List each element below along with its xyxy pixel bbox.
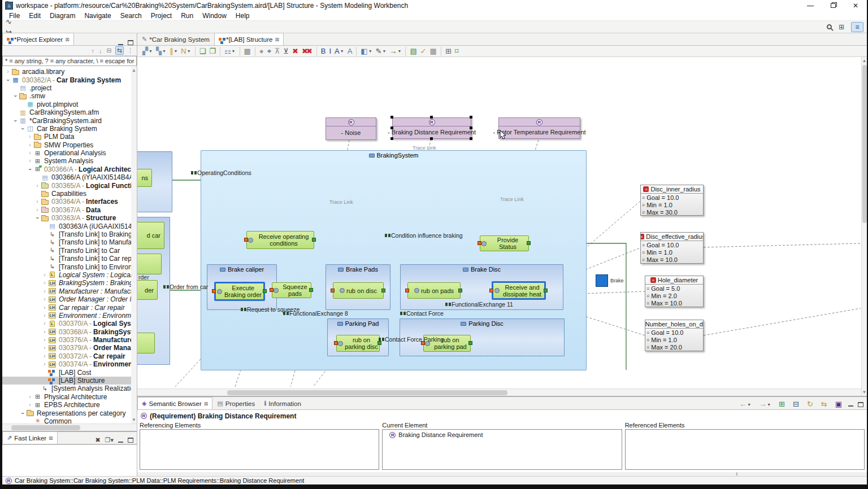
tree-item-manufacturer-manufacturer[interactable]: ›LHManufacturer : Manufacturer <box>2 287 131 295</box>
collapsed-arrow-icon[interactable]: › <box>27 394 33 400</box>
dg-font-button[interactable]: A <box>346 47 354 56</box>
dg-pin-button[interactable]: Ν▼ <box>180 47 192 56</box>
tree-item-project[interactable]: ▤.project <box>2 84 131 92</box>
tree-item-transfo-link-to-brakingsystem[interactable]: ↳[Transfo Link] to BrakingSystem <box>2 230 131 238</box>
tree-item-car-braking-system[interactable]: ›▦030362/A - Car Braking System <box>2 76 131 84</box>
column-content[interactable] <box>625 429 865 470</box>
refresh-button[interactable]: ↻ <box>5 0 19 9</box>
new-view-icon[interactable]: ❐▾ <box>105 436 114 444</box>
bp-forward-button[interactable]: →▼ <box>758 399 772 409</box>
tree-item-transfo-link-to-car-repair[interactable]: ↳[Transfo Link] to Car repair <box>2 255 131 263</box>
collapsed-arrow-icon[interactable]: › <box>41 312 48 319</box>
function-stub[interactable]: ns <box>137 169 152 187</box>
dg-snapshot-button[interactable]: ⌑ <box>454 47 460 56</box>
bp-refresh-button[interactable]: ↻ <box>806 399 814 409</box>
minimize-icon[interactable] <box>118 438 123 443</box>
minimize-icon[interactable] <box>848 402 853 407</box>
close-icon[interactable]: ⊠ <box>204 401 209 407</box>
collapsed-arrow-icon[interactable]: › <box>27 142 33 149</box>
dg-fill-color-button[interactable]: ◧▼ <box>359 47 373 56</box>
expanded-arrow-icon[interactable]: › <box>19 410 26 417</box>
tree-item-lab-cost[interactable]: [LAB] Cost <box>2 368 131 376</box>
tree-item-carbrakingsystem-afm[interactable]: ▥CarBrakingSystem.afm <box>2 108 131 116</box>
tree-scrollbar[interactable]: ▲▼ <box>131 67 137 423</box>
output-port[interactable] <box>381 289 385 292</box>
tree-item-car-repair-car-repair[interactable]: ›LHCar repair : Car repair <box>2 303 131 311</box>
tree-item-transfo-link-to-manufacturer[interactable]: ↳[Transfo Link] to Manufacturer <box>2 238 131 246</box>
dg-reset-style-button[interactable]: ✓ <box>419 47 428 56</box>
dg-italic-button[interactable]: I <box>328 47 332 56</box>
close-icon[interactable]: ⊠ <box>65 37 70 42</box>
menu-search[interactable]: Search <box>116 12 146 20</box>
dg-export-image-button[interactable]: ❏ <box>198 47 207 56</box>
menu-project[interactable]: Project <box>146 12 176 20</box>
tree-item-manufacturer[interactable]: ›LH030376/A - Manufacturer <box>2 336 131 344</box>
output-port[interactable] <box>468 341 472 345</box>
requirement-noise[interactable]: R- Noise <box>326 117 376 140</box>
selection-handle[interactable] <box>390 116 393 119</box>
tab-lab-structure[interactable]: *[LAB] Structure⊠ <box>214 33 284 45</box>
dg-arrange-all-button[interactable]: ▚▼ <box>155 47 167 56</box>
input-port[interactable] <box>212 289 216 293</box>
collapsed-arrow-icon[interactable]: › <box>27 158 33 164</box>
undo-curve-button[interactable]: ∿ <box>5 17 19 27</box>
sash-grip[interactable] <box>736 473 737 474</box>
tab-fast-linker[interactable]: ⇗ Fast Linker ⊠ <box>2 431 58 444</box>
function-stub[interactable]: der <box>137 280 158 300</box>
collapsed-arrow-icon[interactable]: › <box>27 133 33 140</box>
bp-hierarchy-view-button[interactable]: ⊟ <box>792 399 800 409</box>
tree-item-logical-functions[interactable]: ›030365/A - Logical Functions <box>2 181 131 189</box>
tree-item-representations-per-category[interactable]: ›Representations per category <box>2 409 131 417</box>
expanded-arrow-icon[interactable]: › <box>34 215 41 221</box>
minimize-button[interactable]: — <box>799 0 822 11</box>
value-box-hole-diameter[interactable]: ≡Hole_diameter≡Goal = 5.0≡Min = 2.0≡Max … <box>645 276 704 307</box>
tree-item-order-manager[interactable]: ›LH030379/A - Order Manager <box>2 344 131 352</box>
collapsed-arrow-icon[interactable]: › <box>41 361 48 368</box>
dg-delete-from-diagram-button[interactable]: ✖ <box>291 47 300 56</box>
tab-information[interactable]: ℹInformation <box>259 397 306 409</box>
dg-hide-element-button[interactable]: ⌖ <box>266 47 272 56</box>
collapsed-arrow-icon[interactable]: › <box>34 198 41 205</box>
tree-item-system-analysis-realization-to-s[interactable]: ↳[System Analysis Realization] to S <box>2 385 131 392</box>
value-box-disc-effective-radius[interactable]: ≡Disc_effective_radius≡Goal = 10.0≡Min =… <box>640 232 704 264</box>
dg-line-color-button[interactable]: ✎▼ <box>375 47 388 56</box>
function-rub-on-disc[interactable]: rub on disc <box>333 282 384 299</box>
function-receive-and-dissipate-heat[interactable]: Receive and dissipate heat <box>492 281 546 300</box>
column-content[interactable] <box>140 429 379 470</box>
tree-item-logical-system-logical-system[interactable]: ›LLogical System : Logical System <box>2 271 131 279</box>
tree-item-car-braking-system[interactable]: ›◫Car Braking System <box>2 125 131 133</box>
maximize-icon[interactable] <box>858 402 863 407</box>
expanded-arrow-icon[interactable]: › <box>5 77 11 84</box>
scrollbar-thumb[interactable] <box>11 425 80 430</box>
dg-show-label-button[interactable]: ⊻ <box>283 47 290 56</box>
tree-item-interfaces[interactable]: ›030364/A - Interfaces <box>2 198 131 206</box>
input-port[interactable] <box>244 238 248 242</box>
restore-button[interactable] <box>822 0 844 11</box>
dg-copy-appearance-button[interactable]: ▩ <box>243 47 252 56</box>
menu-diagram[interactable]: Diagram <box>45 12 80 20</box>
selection-handle[interactable] <box>470 116 472 119</box>
selection-handle[interactable] <box>470 126 472 129</box>
requirement-braking-distance-requirement[interactable]: R- Braking Distance Requirement <box>392 117 471 139</box>
value-box-number-holes-on-disc[interactable]: ≡Number_holes_on_disc≡Goal = 10.0≡Min = … <box>645 320 704 351</box>
search-icon[interactable] <box>827 24 832 29</box>
close-icon[interactable]: ⊠ <box>275 37 279 42</box>
dg-align-button[interactable]: ∥▼ <box>168 47 179 56</box>
input-port[interactable] <box>489 289 493 292</box>
menu-window[interactable]: Window <box>198 12 231 20</box>
tree-item-transfo-link-to-car[interactable]: ↳[Transfo Link] to Car <box>2 247 131 255</box>
view-menu-button[interactable]: ⋮ <box>126 47 134 54</box>
tab-car-braking-system[interactable]: ✎*Car Braking System <box>137 33 214 45</box>
maximize-icon[interactable] <box>128 438 133 443</box>
tree-item-logical-architecture[interactable]: ›⊞030366/A - Logical Architecture <box>2 165 131 173</box>
dg-line-style-button[interactable]: →▼ <box>388 47 402 56</box>
tree-item-smw-properties[interactable]: ›SMW Properties <box>2 141 131 149</box>
tree-item-brakingsystem-brakingsystem[interactable]: ›LHBrakingSystem : BrakingSystem <box>2 279 131 287</box>
expanded-arrow-icon[interactable]: › <box>19 125 26 132</box>
filter-input[interactable]: * = any string, ? = any character, \ = e… <box>2 56 137 66</box>
output-port[interactable] <box>458 289 462 292</box>
close-view-icon[interactable]: ✖ <box>95 436 100 444</box>
collapsed-arrow-icon[interactable]: › <box>41 353 48 360</box>
column-content[interactable]: RBraking Distance Requirement <box>382 429 622 470</box>
dg-diagram-scope-button[interactable]: ⚏▼ <box>223 47 237 56</box>
